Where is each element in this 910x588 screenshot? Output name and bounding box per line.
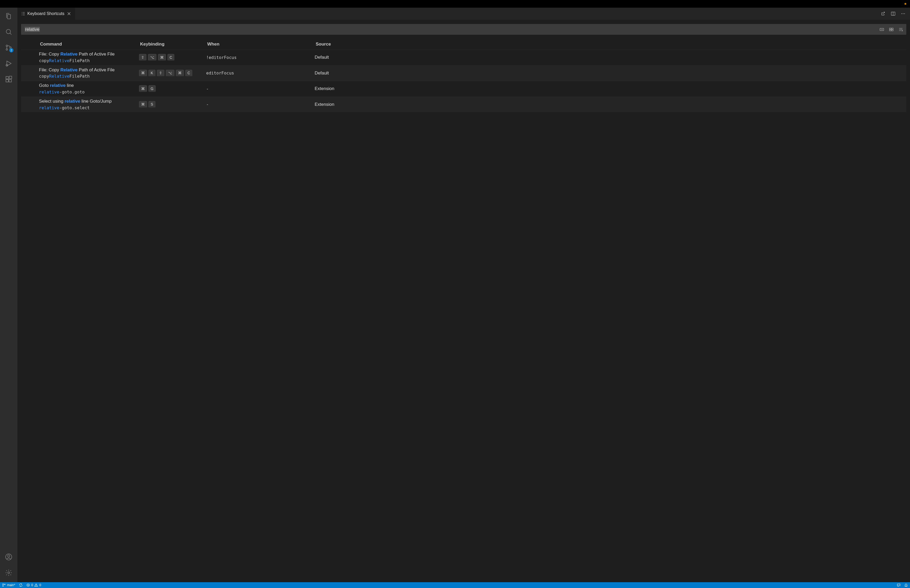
statusbar: main* 0 0: [0, 582, 910, 588]
editor-area: Keyboard Shortcuts relativ: [18, 8, 910, 582]
close-icon[interactable]: [66, 11, 71, 16]
header-when[interactable]: When: [206, 42, 315, 47]
table-row[interactable]: Select using relative line Goto/Jumprela…: [21, 97, 906, 112]
svg-point-1: [6, 45, 8, 47]
keybinding-cell: ⌘K⇧⌥⌘C: [139, 70, 206, 77]
bell-icon: [904, 583, 908, 587]
table-row[interactable]: File: Copy Relative Path of Active Filec…: [21, 50, 906, 65]
command-cell: Select using relative line Goto/Jumprela…: [39, 99, 139, 111]
keyboard-shortcuts-editor: relative Command: [18, 20, 910, 582]
svg-point-13: [901, 13, 902, 14]
table-row[interactable]: File: Copy Relative Path of Active Filec…: [21, 65, 906, 81]
svg-point-10: [8, 555, 10, 557]
when-cell: -: [206, 86, 315, 91]
svg-rect-7: [9, 79, 11, 82]
warning-icon: [34, 583, 38, 587]
keybinding-cell: ⇧⌥⌘C: [139, 54, 206, 61]
svg-point-22: [3, 586, 3, 586]
modified-indicator-icon: [905, 3, 906, 5]
svg-rect-18: [892, 28, 893, 29]
table-row[interactable]: Goto relative linerelative-goto.goto⌘G-E…: [21, 81, 906, 97]
error-icon: [26, 583, 30, 587]
key-cap: ⌘: [139, 70, 147, 77]
svg-rect-16: [880, 28, 884, 31]
source-cell: Extension: [315, 102, 906, 107]
key-cap: ⌘: [139, 101, 147, 108]
svg-rect-20: [892, 29, 893, 31]
tab-title: Keyboard Shortcuts: [27, 11, 65, 16]
extensions-icon[interactable]: [2, 73, 15, 86]
table-header: Command Keybinding When Source: [21, 39, 906, 50]
source-control-icon[interactable]: 2: [2, 41, 15, 54]
key-cap: ⌥: [166, 70, 174, 77]
key-cap: C: [168, 54, 174, 61]
key-cap: ⌘: [158, 54, 166, 61]
status-feedback[interactable]: [897, 583, 900, 587]
warning-count: 0: [39, 583, 41, 587]
status-problems[interactable]: 0 0: [26, 583, 41, 587]
source-cell: Extension: [315, 86, 906, 91]
source-cell: Default: [315, 55, 906, 60]
key-cap: ⇧: [157, 70, 164, 77]
command-cell: File: Copy Relative Path of Active Filec…: [39, 67, 139, 79]
feedback-icon: [897, 583, 900, 587]
svg-rect-19: [889, 29, 891, 31]
run-debug-icon[interactable]: [2, 57, 15, 70]
key-cap: S: [149, 101, 155, 108]
key-cap: ⌘: [176, 70, 184, 77]
search-text: relative: [25, 27, 879, 32]
tab-bar: Keyboard Shortcuts: [18, 8, 910, 20]
keybinding-cell: ⌘G: [139, 85, 206, 92]
header-source[interactable]: Source: [315, 42, 906, 47]
git-branch-icon: [2, 583, 6, 587]
svg-point-2: [6, 49, 8, 50]
svg-rect-17: [889, 28, 891, 29]
header-command[interactable]: Command: [39, 42, 139, 47]
status-sync[interactable]: [19, 583, 23, 587]
header-keybinding[interactable]: Keybinding: [139, 42, 206, 47]
command-cell: Goto relative linerelative-goto.goto: [39, 82, 139, 95]
tab-keyboard-shortcuts[interactable]: Keyboard Shortcuts: [18, 8, 75, 20]
key-cap: ⌘: [139, 85, 147, 92]
sync-icon: [19, 583, 23, 587]
titlebar: [0, 0, 910, 8]
key-cap: ⌥: [148, 54, 157, 61]
svg-rect-5: [6, 77, 8, 79]
record-keys-icon[interactable]: [879, 27, 885, 32]
svg-point-0: [6, 29, 11, 34]
explorer-icon[interactable]: [2, 10, 15, 23]
clear-search-icon[interactable]: [898, 27, 904, 32]
search-input[interactable]: relative: [21, 24, 906, 35]
activitybar: 2: [0, 8, 18, 582]
svg-point-21: [3, 584, 3, 585]
scm-badge: 2: [9, 48, 13, 52]
search-icon[interactable]: [2, 26, 15, 38]
workbench: 2 Keyboard Shortcuts: [0, 8, 910, 582]
svg-rect-6: [6, 79, 8, 82]
when-cell: -: [206, 102, 315, 107]
key-cap: G: [149, 85, 156, 92]
error-count: 0: [31, 583, 33, 587]
settings-gear-icon[interactable]: [2, 566, 15, 579]
keybinding-cell: ⌘S: [139, 101, 206, 108]
accounts-icon[interactable]: [2, 551, 15, 563]
open-keybindings-json-icon[interactable]: [880, 11, 886, 17]
source-cell: Default: [315, 71, 906, 76]
split-editor-icon[interactable]: [890, 11, 896, 17]
branch-name: main*: [7, 583, 15, 587]
command-cell: File: Copy Relative Path of Active Filec…: [39, 51, 139, 64]
svg-point-11: [8, 572, 10, 574]
key-cap: ⇧: [139, 54, 146, 61]
shortcuts-table: Command Keybinding When Source File: Cop…: [21, 39, 906, 582]
more-actions-icon[interactable]: [900, 11, 906, 17]
status-notifications[interactable]: [904, 583, 908, 587]
svg-rect-8: [9, 76, 11, 78]
svg-point-14: [903, 13, 904, 14]
sort-precedence-icon[interactable]: [888, 27, 894, 32]
list-icon: [21, 11, 25, 16]
svg-point-15: [904, 13, 905, 14]
status-branch[interactable]: main*: [2, 583, 15, 587]
key-cap: C: [185, 70, 192, 77]
when-cell: !editorFocus: [206, 55, 315, 60]
when-cell: editorFocus: [206, 71, 315, 76]
